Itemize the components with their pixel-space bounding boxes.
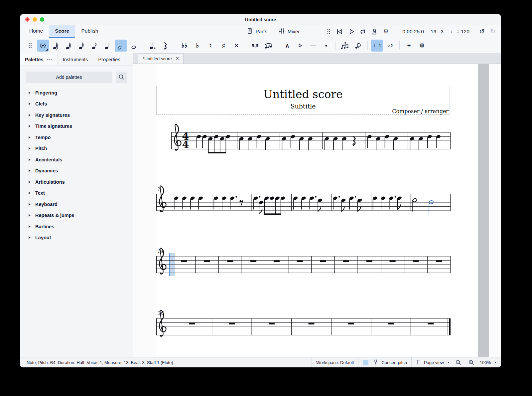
score-view[interactable]: Untitled score Subtitle Composer / arran… — [133, 64, 501, 357]
measure-rest[interactable] — [204, 261, 210, 263]
add-palettes-button[interactable]: Add palettes — [26, 72, 112, 83]
palette-item-layout[interactable]: Layout — [20, 232, 133, 244]
concert-pitch-toggle[interactable]: Concert pitch — [373, 359, 407, 366]
note[interactable] — [342, 136, 347, 150]
tenuto-button[interactable]: — — [307, 40, 319, 52]
note[interactable] — [381, 196, 386, 210]
palette-item-accidentals[interactable]: Accidentals — [20, 154, 133, 165]
quarter-note-button[interactable] — [102, 40, 114, 52]
measure-rest[interactable] — [181, 261, 187, 263]
document-tab[interactable]: *Untitled score × — [138, 53, 184, 64]
playback-toolbar-drag-handle-icon[interactable] — [327, 28, 331, 35]
toolbar-drag-handle-button[interactable] — [24, 40, 36, 52]
note[interactable] — [308, 136, 313, 150]
measure-rest[interactable] — [227, 261, 233, 263]
tab-home[interactable]: Home — [23, 25, 49, 38]
note[interactable] — [301, 196, 306, 210]
palette-item-keyboard[interactable]: Keyboard — [20, 199, 133, 210]
measure-rest[interactable] — [189, 323, 195, 325]
note[interactable] — [213, 196, 219, 210]
voice-2-button[interactable]: ♪2 — [384, 40, 396, 52]
music-system-1[interactable]: 44 — [171, 124, 451, 153]
metronome-button[interactable] — [369, 27, 380, 37]
flip-direction-button[interactable] — [352, 40, 364, 52]
workspace-selector[interactable]: Workspace: Default — [316, 360, 354, 365]
64th-note-button[interactable] — [50, 40, 62, 52]
flat-button[interactable]: ♭ — [192, 40, 203, 52]
voice-1-button[interactable]: ♩1 — [371, 40, 383, 52]
titlebar[interactable]: Untitled score — [20, 14, 501, 25]
customize-toolbar-button[interactable]: ⚙ — [416, 40, 428, 52]
music-system-4[interactable]: 26 — [156, 310, 451, 336]
note[interactable] — [393, 136, 398, 150]
note[interactable] — [317, 198, 323, 212]
measure-rest[interactable] — [413, 261, 419, 263]
palette-item-tempo[interactable]: Tempo — [20, 132, 133, 143]
music-system-2[interactable]: 7 — [156, 186, 451, 215]
fullscreen-window-button[interactable] — [40, 17, 44, 22]
note[interactable] — [376, 136, 381, 150]
note[interactable] — [410, 136, 415, 150]
eighth-note-button[interactable] — [89, 40, 101, 52]
note[interactable] — [221, 196, 227, 210]
panel-tab-properties[interactable]: Properties — [93, 53, 125, 66]
score-music[interactable]: 4471426 — [133, 64, 501, 357]
note[interactable] — [436, 134, 441, 148]
measure-rest[interactable] — [366, 261, 372, 263]
mixer-button[interactable]: Mixer — [275, 26, 303, 37]
playback-time-display[interactable]: 0:00:25:0 — [402, 29, 424, 35]
tab-score[interactable]: Score — [49, 25, 75, 38]
palette-item-clefs[interactable]: Clefs — [20, 99, 133, 110]
measure-rest[interactable] — [320, 261, 326, 263]
note[interactable] — [324, 136, 330, 150]
palette-item-repeats-jumps[interactable]: Repeats & jumps — [20, 210, 133, 221]
palette-item-time-signatures[interactable]: Time signatures — [20, 121, 133, 132]
measure-rest[interactable] — [309, 323, 315, 325]
note[interactable] — [333, 136, 338, 150]
double-flat-button[interactable]: ♭♭ — [179, 40, 191, 52]
measure-rest[interactable] — [348, 323, 354, 325]
panel-tab-instruments[interactable]: Instruments — [58, 53, 93, 66]
measure-rest[interactable] — [250, 261, 256, 263]
midi-input-indicator[interactable] — [363, 360, 368, 365]
note[interactable] — [256, 134, 262, 148]
note[interactable] — [196, 134, 201, 148]
marcato-button[interactable]: ∧ — [281, 40, 293, 52]
tempo-display[interactable]: ♩= 120 — [450, 29, 469, 35]
note[interactable] — [198, 196, 203, 210]
music-system-3[interactable]: 14 — [156, 248, 451, 276]
note[interactable] — [174, 196, 179, 210]
natural-button[interactable]: ♮ — [204, 40, 216, 52]
note[interactable] — [367, 134, 372, 148]
undo-button[interactable]: ↺ — [476, 27, 487, 37]
palettes-menu-icon[interactable]: ··· — [47, 57, 53, 62]
palette-item-pitch[interactable]: Pitch — [20, 143, 133, 154]
measure-rest[interactable] — [390, 261, 396, 263]
rest-button[interactable] — [160, 40, 172, 52]
note[interactable] — [290, 134, 296, 148]
palette-item-key-signatures[interactable]: Key signatures — [20, 109, 133, 121]
measure-rest[interactable] — [269, 323, 275, 325]
augmentation-dot-button[interactable] — [147, 40, 159, 52]
palette-item-fingering[interactable]: Fingering — [20, 87, 133, 99]
note[interactable] — [265, 136, 270, 150]
measure-rest[interactable] — [428, 323, 434, 325]
rewind-button[interactable] — [334, 27, 345, 37]
parts-button[interactable]: Parts — [243, 26, 270, 37]
tuplet-button[interactable]: 3 — [339, 40, 351, 52]
measure-rest[interactable] — [274, 261, 280, 263]
zoom-in-button[interactable] — [467, 359, 475, 366]
16th-note-button[interactable] — [76, 40, 88, 52]
eighth-rest[interactable] — [240, 200, 243, 206]
palette-item-articulations[interactable]: Articulations — [20, 176, 133, 188]
measure-rest[interactable] — [388, 323, 394, 325]
measure-rest[interactable] — [229, 323, 235, 325]
panel-tab-palettes[interactable]: Palettes ··· — [20, 53, 58, 66]
view-mode-selector[interactable]: Page view ▼ — [416, 359, 450, 366]
note[interactable] — [397, 196, 402, 210]
search-palettes-button[interactable] — [116, 72, 127, 83]
close-tab-icon[interactable]: × — [176, 56, 179, 61]
note[interactable] — [239, 136, 244, 150]
note[interactable] — [202, 134, 207, 148]
note[interactable] — [259, 200, 264, 214]
